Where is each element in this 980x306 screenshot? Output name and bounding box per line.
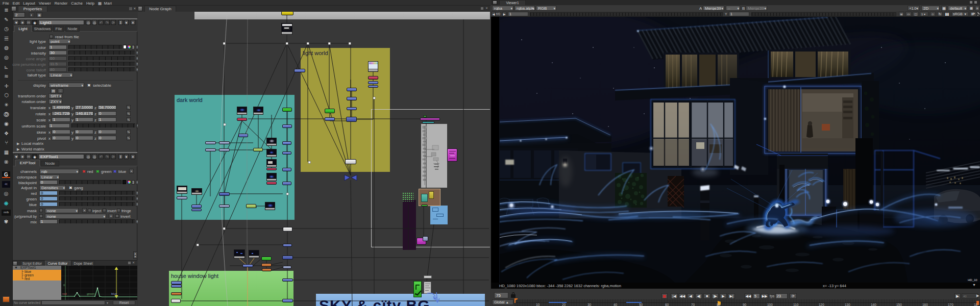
svg-text:green: green	[87, 292, 94, 295]
svg-text:red: red	[62, 292, 67, 295]
svg-text:blue: blue	[111, 292, 117, 295]
svg-text:0: 0	[63, 284, 65, 287]
